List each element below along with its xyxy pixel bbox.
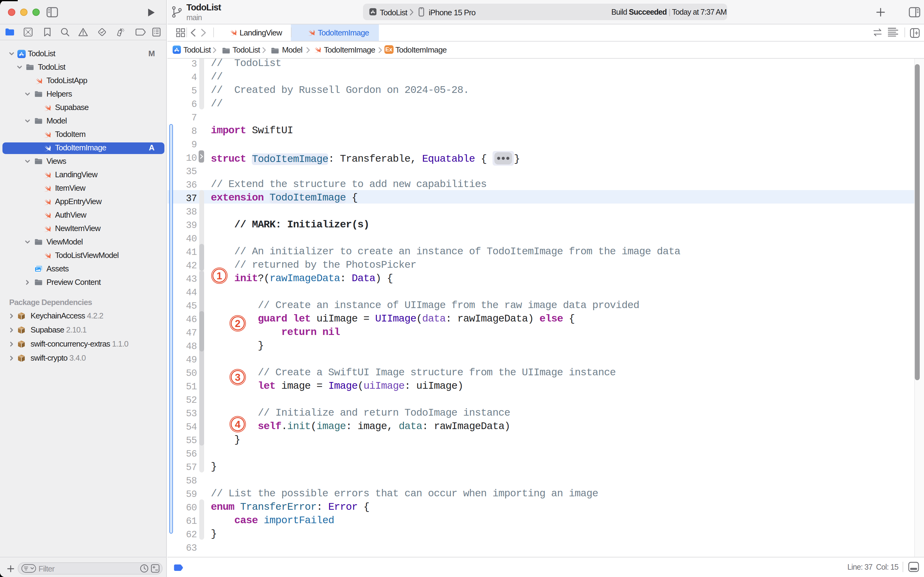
svg-text:1: 1 — [216, 270, 222, 282]
svg-text:2: 2 — [235, 318, 240, 329]
svg-text:3: 3 — [235, 372, 240, 383]
svg-text:4: 4 — [235, 418, 241, 430]
